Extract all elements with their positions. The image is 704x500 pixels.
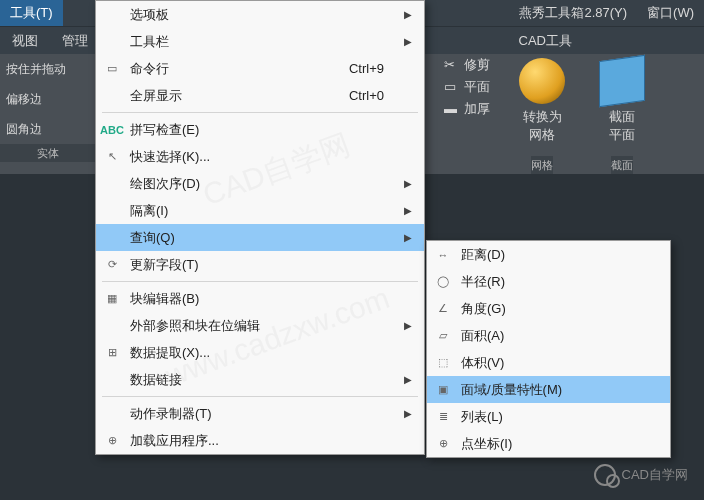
chevron-right-icon: ▶ xyxy=(404,36,412,47)
section-plane-button[interactable]: 截面平面 xyxy=(609,108,635,144)
tab-manage[interactable]: 管理 xyxy=(50,27,100,54)
submenu-item-area[interactable]: ▱面积(A) xyxy=(427,322,670,349)
chevron-right-icon: ▶ xyxy=(404,9,412,20)
tools-menu: 选项板▶ 工具栏▶ ▭命令行Ctrl+9 全屏显示Ctrl+0 ABC拼写检查(… xyxy=(95,0,425,455)
chevron-right-icon: ▶ xyxy=(404,320,412,331)
section-plane-icon xyxy=(599,55,645,107)
menu-window[interactable]: 窗口(W) xyxy=(637,0,704,26)
menu-separator xyxy=(102,281,418,282)
hold-drag-button[interactable]: 按住并拖动 xyxy=(0,54,95,84)
group-label-section: 截面 xyxy=(611,156,633,174)
tab-view[interactable]: 视图 xyxy=(0,27,50,54)
idpoint-icon: ⊕ xyxy=(433,434,453,454)
cursor-icon: ↖ xyxy=(102,147,122,167)
massprop-icon: ▣ xyxy=(433,380,453,400)
wechat-badge: CAD自学网 xyxy=(594,464,688,486)
block-edit-icon: ▦ xyxy=(102,289,122,309)
angle-icon: ∠ xyxy=(433,299,453,319)
distance-icon: ↔ xyxy=(433,245,453,265)
menu-item-isolate[interactable]: 隔离(I)▶ xyxy=(96,197,424,224)
menu-item-loadapp[interactable]: ⊕加载应用程序... xyxy=(96,427,424,454)
volume-icon: ⬚ xyxy=(433,353,453,373)
submenu-item-radius[interactable]: ◯半径(R) xyxy=(427,268,670,295)
radius-icon: ◯ xyxy=(433,272,453,292)
convert-mesh-icon xyxy=(519,58,565,104)
menu-item-xref[interactable]: 外部参照和块在位编辑▶ xyxy=(96,312,424,339)
menu-yanxiu[interactable]: 燕秀工具箱2.87(Y) xyxy=(509,0,637,26)
refresh-icon: ⟳ xyxy=(102,255,122,275)
load-app-icon: ⊕ xyxy=(102,431,122,451)
menu-tools[interactable]: 工具(T) xyxy=(0,0,63,26)
list-icon: ≣ xyxy=(433,407,453,427)
fillet-edge-button[interactable]: 圆角边 xyxy=(0,114,95,144)
group-label-mesh: 网格 xyxy=(531,156,553,174)
chevron-right-icon: ▶ xyxy=(404,232,412,243)
menu-item-draworder[interactable]: 绘图次序(D)▶ xyxy=(96,170,424,197)
menu-item-dataextract[interactable]: ⊞数据提取(X)... xyxy=(96,339,424,366)
ribbon-group-solid: 按住并拖动 偏移边 圆角边 实体 xyxy=(0,54,95,174)
menu-item-datalink[interactable]: 数据链接▶ xyxy=(96,366,424,393)
menu-item-cleanscreen[interactable]: 全屏显示Ctrl+0 xyxy=(96,82,424,109)
menu-separator xyxy=(102,396,418,397)
menu-item-updatefields[interactable]: ⟳更新字段(T) xyxy=(96,251,424,278)
chevron-right-icon: ▶ xyxy=(404,374,412,385)
menu-item-spellcheck[interactable]: ABC拼写检查(E) xyxy=(96,116,424,143)
thicken-icon: ▬ xyxy=(444,101,460,117)
menu-item-palettes[interactable]: 选项板▶ xyxy=(96,1,424,28)
plane-button[interactable]: ▭平面 xyxy=(444,76,490,98)
tab-cadtool[interactable]: CAD工具 xyxy=(507,27,584,54)
menu-item-blockeditor[interactable]: ▦块编辑器(B) xyxy=(96,285,424,312)
convert-mesh-button[interactable]: 转换为网格 xyxy=(523,108,562,144)
thicken-button[interactable]: ▬加厚 xyxy=(444,98,490,120)
group-label-solid: 实体 xyxy=(0,144,95,162)
inquiry-submenu: ↔距离(D) ◯半径(R) ∠角度(G) ▱面积(A) ⬚体积(V) ▣面域/质… xyxy=(426,240,671,458)
trim-button[interactable]: ✂修剪 xyxy=(444,54,490,76)
data-extract-icon: ⊞ xyxy=(102,343,122,363)
terminal-icon: ▭ xyxy=(102,59,122,79)
menu-item-toolbars[interactable]: 工具栏▶ xyxy=(96,28,424,55)
submenu-item-idpoint[interactable]: ⊕点坐标(I) xyxy=(427,430,670,457)
submenu-item-angle[interactable]: ∠角度(G) xyxy=(427,295,670,322)
submenu-item-massprop[interactable]: ▣面域/质量特性(M) xyxy=(427,376,670,403)
plane-icon: ▭ xyxy=(444,79,460,95)
ribbon-right: ✂修剪 ▭平面 ▬加厚 转换为网格 网格 截面平面 截面 xyxy=(432,54,692,174)
menu-item-qselect[interactable]: ↖快速选择(K)... xyxy=(96,143,424,170)
scissors-icon: ✂ xyxy=(444,57,460,73)
abc-check-icon: ABC xyxy=(102,120,122,140)
menu-item-actionrecorder[interactable]: 动作录制器(T)▶ xyxy=(96,400,424,427)
menu-item-commandline[interactable]: ▭命令行Ctrl+9 xyxy=(96,55,424,82)
chevron-right-icon: ▶ xyxy=(404,178,412,189)
menu-item-inquiry[interactable]: 查询(Q)▶ xyxy=(96,224,424,251)
area-icon: ▱ xyxy=(433,326,453,346)
submenu-item-distance[interactable]: ↔距离(D) xyxy=(427,241,670,268)
chevron-right-icon: ▶ xyxy=(404,408,412,419)
submenu-item-list[interactable]: ≣列表(L) xyxy=(427,403,670,430)
submenu-item-volume[interactable]: ⬚体积(V) xyxy=(427,349,670,376)
menu-separator xyxy=(102,112,418,113)
wechat-icon xyxy=(594,464,616,486)
chevron-right-icon: ▶ xyxy=(404,205,412,216)
offset-edge-button[interactable]: 偏移边 xyxy=(0,84,95,114)
